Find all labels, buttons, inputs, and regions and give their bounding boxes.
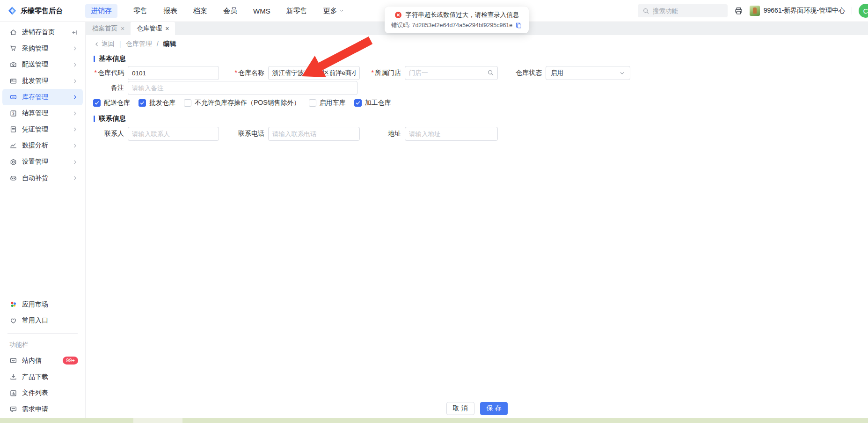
divider: [7, 333, 78, 334]
warehouse-type-checkboxes: 配送仓库 批发仓库 不允许负库存操作（POS销售除外） 启用车库 加工仓库: [93, 99, 391, 107]
menu-item-archives[interactable]: 档案: [193, 7, 207, 15]
main-content: 返回 | 仓库管理 / 编辑 基本信息 仓库代码 仓库名称 所属门店 仓库状态 …: [86, 35, 868, 418]
sidebar-item-settlement[interactable]: $ 结算管理: [2, 105, 83, 122]
chevron-down-icon: [339, 8, 344, 13]
sidebar-item-app-market[interactable]: 应用市场: [2, 296, 83, 313]
remark-label: 备注: [94, 84, 128, 92]
chevron-left-icon: [94, 41, 100, 47]
sidebar-item-request[interactable]: 需求申请: [2, 401, 83, 417]
breadcrumb: 返回 | 仓库管理 / 编辑: [94, 40, 176, 48]
main-menu: 进销存 零售 报表 档案 会员 WMS 新零售 更多: [85, 4, 344, 18]
chevron-right-icon: [72, 175, 78, 181]
bottom-strip-patch: [133, 418, 182, 423]
store-label: 所属门店: [362, 69, 405, 77]
field-contact-person: 联系人: [94, 127, 219, 141]
toast-message-row: 字符串超长或数值过大，请检查录入信息: [391, 11, 522, 19]
user-name: 99661-新界面环境-管理中心: [764, 7, 845, 15]
close-icon[interactable]: ×: [165, 25, 169, 32]
divider: [852, 7, 852, 15]
toast-message: 字符串超长或数值过大，请检查录入信息: [405, 11, 519, 19]
cancel-button[interactable]: 取 消: [446, 402, 474, 415]
search-input[interactable]: [653, 7, 718, 15]
menu-item-inventory-suite[interactable]: 进销存: [85, 4, 117, 18]
field-warehouse-code: 仓库代码: [94, 66, 219, 80]
sidebar-item-messages[interactable]: 站内信 99+: [2, 353, 83, 369]
copy-icon[interactable]: [515, 22, 522, 29]
field-warehouse-status: 仓库状态 启用: [502, 66, 630, 80]
avatar[interactable]: C: [859, 4, 868, 18]
chevron-right-icon: [72, 126, 78, 132]
checkbox-no-negative-stock[interactable]: 不允许负库存操作（POS销售除外）: [184, 99, 300, 107]
sidebar-item-replenish[interactable]: 自动补货: [2, 170, 83, 186]
store-input[interactable]: [405, 66, 498, 80]
unread-count-badge: 99+: [63, 357, 78, 365]
sidebar-item-wholesale[interactable]: 批发管理: [2, 73, 83, 89]
tab-archive-home[interactable]: 档案首页 ×: [86, 22, 131, 35]
breadcrumb-separator: /: [157, 40, 159, 48]
save-button[interactable]: 保 存: [480, 402, 508, 415]
sidebar-item-home[interactable]: 进销存首页: [2, 24, 83, 41]
sidebar-item-product-download[interactable]: 产品下载: [2, 369, 83, 385]
menu-item-members[interactable]: 会员: [223, 7, 237, 15]
back-button[interactable]: 返回: [94, 40, 115, 48]
bottom-strip: [0, 418, 868, 423]
print-button[interactable]: [734, 7, 743, 15]
section-basic-info: 基本信息: [94, 54, 126, 63]
sidebar-item-purchase[interactable]: 采购管理: [2, 41, 83, 57]
contact-phone-input[interactable]: [268, 127, 360, 141]
warehouse-code-input[interactable]: [128, 66, 219, 80]
sidebar-item-settings[interactable]: 设置管理: [2, 154, 83, 170]
mail-icon: [9, 357, 17, 365]
sidebar-item-favorites[interactable]: 常用入口: [2, 313, 83, 329]
cart-icon: [9, 44, 17, 52]
function-search[interactable]: [638, 4, 728, 17]
warehouse-code-label: 仓库代码: [94, 69, 128, 77]
breadcrumb-parent[interactable]: 仓库管理: [126, 40, 152, 48]
checkbox-wholesale-warehouse[interactable]: 批发仓库: [139, 99, 175, 107]
address-input[interactable]: [405, 127, 498, 141]
chat-icon: [9, 405, 17, 413]
field-contact-phone: 联系电话: [226, 127, 360, 141]
inventory-icon: [9, 93, 17, 101]
field-warehouse-name: 仓库名称: [226, 66, 360, 80]
settings-icon: [9, 158, 17, 166]
user-avatar-image: [750, 6, 760, 16]
remark-input[interactable]: [128, 81, 357, 95]
sidebar-item-file-list[interactable]: 文件列表: [2, 385, 83, 401]
checkbox-delivery-warehouse[interactable]: 配送仓库: [93, 99, 130, 107]
collapse-sidebar-icon[interactable]: [71, 29, 78, 36]
chevron-right-icon: [72, 78, 78, 84]
checkbox-icon: [354, 99, 362, 107]
warehouse-status-label: 仓库状态: [502, 69, 546, 77]
field-address: 地址: [362, 127, 498, 141]
contact-person-input[interactable]: [128, 127, 219, 141]
sidebar-item-inventory[interactable]: 库存管理: [2, 89, 83, 105]
menu-item-wms[interactable]: WMS: [253, 7, 270, 15]
menu-item-reports[interactable]: 报表: [163, 7, 177, 15]
sidebar-item-voucher[interactable]: 凭证管理: [2, 122, 83, 138]
checkbox-processing-warehouse[interactable]: 加工仓库: [354, 99, 391, 107]
chevron-right-icon: [72, 110, 78, 117]
close-icon[interactable]: ×: [121, 25, 124, 32]
divider: |: [119, 40, 121, 48]
menu-item-new-retail[interactable]: 新零售: [286, 7, 307, 15]
warehouse-name-input[interactable]: [268, 66, 360, 80]
checkbox-enable-garage[interactable]: 启用车库: [309, 99, 346, 107]
tab-warehouse-management[interactable]: 仓库管理 ×: [131, 22, 175, 35]
menu-item-more[interactable]: 更多: [323, 7, 344, 15]
error-icon: [394, 11, 402, 19]
toast-error-code-row: 错误码: 7d2853ef2e64d74a5e294bf9295c961e: [391, 22, 522, 29]
field-remark: 备注: [94, 81, 357, 95]
checkbox-icon: [93, 99, 101, 107]
user-account[interactable]: 99661-新界面环境-管理中心: [750, 6, 845, 16]
menu-item-retail[interactable]: 零售: [133, 7, 147, 15]
sidebar-item-analytics[interactable]: 数据分析: [2, 138, 83, 154]
heart-icon: [9, 317, 17, 325]
sidebar-item-delivery[interactable]: 配送管理: [2, 57, 83, 73]
contact-person-label: 联系人: [94, 130, 128, 138]
breadcrumb-current: 编辑: [163, 40, 176, 48]
printer-icon: [734, 7, 743, 15]
chevron-right-icon: [72, 45, 78, 51]
warehouse-status-select[interactable]: 启用: [546, 66, 630, 80]
app-logo: 乐檬零售后台: [7, 6, 63, 15]
